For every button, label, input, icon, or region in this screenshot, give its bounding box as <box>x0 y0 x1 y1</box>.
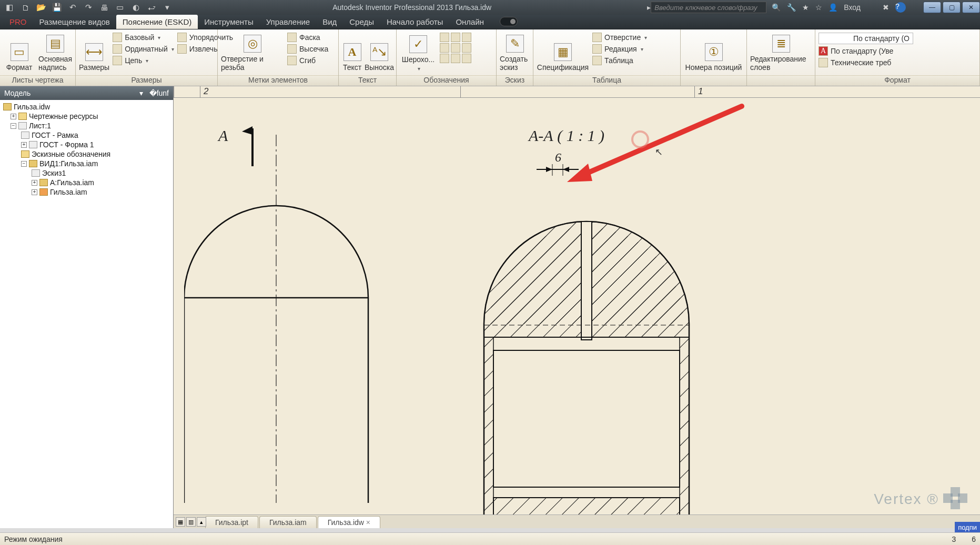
new-icon[interactable]: 🗋 <box>20 2 31 13</box>
techreq-button[interactable]: Технические треб <box>819 58 976 67</box>
svg-rect-10 <box>493 350 680 487</box>
tree-form[interactable]: +ГОСТ - Форма 1 <box>1 140 172 149</box>
leader-button[interactable]: ᴬ↘Выноска <box>366 32 393 73</box>
exchange-icon[interactable]: ✖ <box>883 3 889 12</box>
signin-link[interactable]: Вход <box>844 3 861 12</box>
doc-tab-idw[interactable]: Гильза.idw × <box>318 516 380 528</box>
sym-icon-7[interactable] <box>440 54 449 63</box>
close-tab-icon[interactable]: × <box>366 518 370 527</box>
tree-sketch1[interactable]: Эскиз1 <box>1 168 172 178</box>
svg-line-20 <box>579 106 742 177</box>
browser-header[interactable]: Модель▾ �funf <box>0 86 173 100</box>
tab-views[interactable]: Размещение видов <box>33 15 116 29</box>
qat-dropdown-icon[interactable]: ▾ <box>162 2 173 13</box>
holetable-button[interactable]: Отверстие▾ <box>592 33 647 42</box>
layer-dropdown[interactable]: AПо стандарту (Уве <box>819 46 976 56</box>
save-icon[interactable]: 💾 <box>52 2 62 13</box>
tab-tools[interactable]: Инструменты <box>198 15 260 29</box>
signature-chip[interactable]: подпи <box>955 522 980 532</box>
material-icon[interactable]: ◐ <box>130 2 141 13</box>
svg-marker-5 <box>242 126 252 135</box>
quick-access-toolbar: ◧ 🗋 📂 💾 ↶ ↷ 🖶 ▭ ◐ ⮐ ▾ <box>0 2 177 13</box>
favorite-icon[interactable]: ☆ <box>815 3 822 12</box>
format-button[interactable]: ▭Формат <box>3 32 35 73</box>
title-caret-icon[interactable]: ▸ <box>647 3 651 12</box>
redo-icon[interactable]: ↷ <box>83 2 94 13</box>
print-icon[interactable]: 🖶 <box>99 2 109 13</box>
bend-button[interactable]: Сгиб <box>287 56 328 65</box>
editlayers-button[interactable]: ≣Редактирование слоев <box>750 32 812 73</box>
maximize-button[interactable]: ▢ <box>943 2 961 13</box>
sym-icon-2[interactable] <box>451 33 460 42</box>
panel-fmt-label: Формат <box>815 75 979 86</box>
tab-annotate[interactable]: Пояснение (ESKD) <box>116 15 198 29</box>
tab-view[interactable]: Вид <box>316 15 343 29</box>
user-icon[interactable]: 👤 <box>829 3 837 12</box>
tab-environments[interactable]: Среды <box>343 15 380 29</box>
balloon-button[interactable]: ①Номера позиций <box>684 32 743 73</box>
gentable-button[interactable]: Таблица <box>592 56 647 65</box>
panel-dims-label: Размеры <box>76 75 217 86</box>
ribbon: ▭Формат ▤Основная надпись Листы чертежа … <box>0 29 980 86</box>
binoculars-icon[interactable]: 🔍 <box>772 3 781 12</box>
chamfer-button[interactable]: Фаска <box>287 33 328 42</box>
sym-icon-3[interactable] <box>462 33 471 42</box>
sym-icon-1[interactable] <box>440 33 449 42</box>
text-button[interactable]: AТекст <box>342 32 362 73</box>
star-icon[interactable]: ★ <box>802 3 809 12</box>
tree-sketch-symbols[interactable]: Эскизные обозначения <box>1 149 172 159</box>
tree-frame[interactable]: ГОСТ - Рамка <box>1 130 172 140</box>
titleblock-button[interactable]: ▤Основная надпись <box>38 32 72 73</box>
close-button[interactable]: ✕ <box>962 2 980 13</box>
undo-icon[interactable]: ↶ <box>67 2 78 13</box>
select-icon[interactable]: ▭ <box>115 2 125 13</box>
surface-button[interactable]: ✓Шерохо...▾ <box>400 32 437 73</box>
ordinate-button[interactable]: Ординатный▾ <box>113 44 174 54</box>
tab-pro[interactable]: PRO <box>3 15 33 29</box>
tree-root[interactable]: Гильза.idw <box>1 102 172 112</box>
create-sketch-button[interactable]: ✎Создать эскиз <box>500 32 530 73</box>
tab-online[interactable]: Онлайн <box>449 15 490 29</box>
objdefaults-dropdown[interactable]: По стандарту (О <box>819 33 913 44</box>
partslist-button[interactable]: ▦Спецификация <box>537 32 589 73</box>
tree-view1[interactable]: −ВИД1:Гильза.iam <box>1 159 172 168</box>
ribbon-tabs: PRO Размещение видов Пояснение (ESKD) Ин… <box>0 15 980 29</box>
chain-button[interactable]: Цепь▾ <box>113 56 174 65</box>
doc-tab-ipt[interactable]: Гильза.ipt <box>205 516 258 528</box>
dimension-button[interactable]: ⟷Размеры <box>79 32 109 73</box>
tree-sheet[interactable]: −Лист:1 <box>1 121 172 130</box>
svg-marker-16 <box>546 167 552 172</box>
help-icon[interactable]: ? <box>895 2 906 13</box>
tab-getstarted[interactable]: Начало работы <box>380 15 449 29</box>
sym-icon-4[interactable] <box>440 43 449 53</box>
app-menu-icon[interactable]: ◧ <box>4 2 15 13</box>
sym-icon-9[interactable] <box>462 54 471 63</box>
sym-icon-5[interactable] <box>451 43 460 53</box>
drawing-area[interactable]: А <box>174 98 980 514</box>
return-icon[interactable]: ⮐ <box>146 2 157 13</box>
tab-nav-1[interactable]: ▦ <box>176 517 185 527</box>
minimize-button[interactable]: — <box>923 2 941 13</box>
sym-icon-6[interactable] <box>462 43 471 53</box>
section-arrow-icon <box>242 124 263 166</box>
status-val-1: 3 <box>952 535 956 543</box>
baseline-button[interactable]: Базовый▾ <box>113 33 174 42</box>
punch-button[interactable]: Высечка <box>287 44 328 54</box>
titlebar: ◧ 🗋 📂 💾 ↶ ↷ 🖶 ▭ ◐ ⮐ ▾ Autodesk Inventor … <box>0 0 980 15</box>
tree-resources[interactable]: +Чертежные ресурсы <box>1 112 172 121</box>
svg-rect-7 <box>581 221 592 340</box>
open-icon[interactable]: 📂 <box>36 2 46 13</box>
key-icon[interactable]: 🔧 <box>787 3 796 12</box>
tab-nav-2[interactable]: ▥ <box>186 517 196 527</box>
tab-manage[interactable]: Управление <box>260 15 316 29</box>
tree-sectionA[interactable]: +А:Гильза.iam <box>1 178 172 187</box>
drawing-canvas[interactable]: 2 1 А <box>174 86 980 528</box>
revtable-button[interactable]: Редакция▾ <box>592 44 647 54</box>
sym-icon-8[interactable] <box>451 54 460 63</box>
tab-nav-3[interactable]: ▴ <box>197 517 206 527</box>
search-input[interactable]: Введите ключевое слово/фразу <box>651 2 766 13</box>
tree-asm[interactable]: +Гильза.iam <box>1 187 172 197</box>
doc-tab-iam[interactable]: Гильза.iam <box>259 516 317 528</box>
ribbon-toggle[interactable] <box>500 17 518 26</box>
holethread-button[interactable]: ◎Отверстие и резьба <box>221 32 284 73</box>
